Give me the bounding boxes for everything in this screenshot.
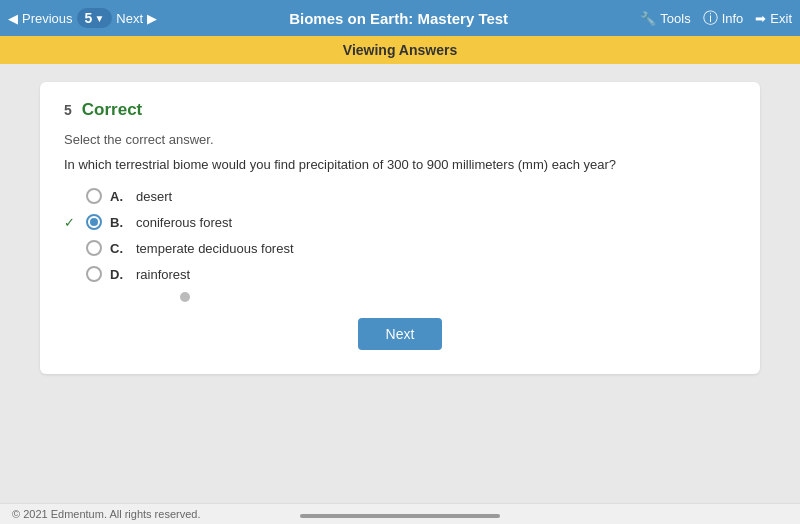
exit-label: Exit — [770, 11, 792, 26]
option-a-text: desert — [136, 189, 172, 204]
top-bar-right: 🔧 Tools ⓘ Info ➡ Exit — [640, 9, 792, 28]
page-title: Biomes on Earth: Mastery Test — [157, 10, 640, 27]
top-bar-left: ◀ Previous 5 ▼ Next ▶ — [8, 8, 157, 28]
info-label: Info — [722, 11, 744, 26]
next-button[interactable]: Next — [358, 318, 443, 350]
viewing-answers-banner: Viewing Answers — [0, 36, 800, 64]
viewing-answers-label: Viewing Answers — [343, 42, 457, 58]
tools-button[interactable]: 🔧 Tools — [640, 11, 690, 26]
option-a-radio[interactable] — [86, 188, 102, 204]
exit-button[interactable]: ➡ Exit — [755, 11, 792, 26]
option-c-text: temperate deciduous forest — [136, 241, 294, 256]
tools-label: Tools — [660, 11, 690, 26]
option-c-radio[interactable] — [86, 240, 102, 256]
option-a-letter: A. — [110, 189, 128, 204]
option-b[interactable]: ✓ B. coniferous forest — [64, 214, 736, 230]
previous-arrow-icon: ◀ — [8, 11, 18, 26]
option-d-letter: D. — [110, 267, 128, 282]
option-c-letter: C. — [110, 241, 128, 256]
next-top-label: Next — [116, 11, 143, 26]
option-b-radio[interactable] — [86, 214, 102, 230]
option-c[interactable]: C. temperate deciduous forest — [64, 240, 736, 256]
footer: © 2021 Edmentum. All rights reserved. — [0, 503, 800, 524]
copyright-text: © 2021 Edmentum. All rights reserved. — [12, 508, 200, 520]
option-d[interactable]: D. rainforest — [64, 266, 736, 282]
option-d-radio[interactable] — [86, 266, 102, 282]
info-icon: ⓘ — [703, 9, 718, 28]
question-number: 5 — [64, 102, 72, 118]
previous-button[interactable]: ◀ Previous — [8, 11, 73, 26]
next-top-button[interactable]: Next ▶ — [116, 11, 157, 26]
chevron-down-icon: ▼ — [94, 13, 104, 24]
question-num-display: 5 — [85, 10, 93, 26]
option-c-check — [64, 241, 78, 256]
option-b-checkmark: ✓ — [64, 215, 78, 230]
question-card: 5 Correct Select the correct answer. In … — [40, 82, 760, 374]
tools-icon: 🔧 — [640, 11, 656, 26]
question-body-text: In which terrestrial biome would you fin… — [64, 157, 736, 172]
next-arrow-icon: ▶ — [147, 11, 157, 26]
info-button[interactable]: ⓘ Info — [703, 9, 744, 28]
option-b-text: coniferous forest — [136, 215, 232, 230]
previous-label: Previous — [22, 11, 73, 26]
instruction-text: Select the correct answer. — [64, 132, 736, 147]
top-navigation-bar: ◀ Previous 5 ▼ Next ▶ Biomes on Earth: M… — [0, 0, 800, 36]
question-number-badge: 5 ▼ — [77, 8, 113, 28]
next-button-label: Next — [386, 326, 415, 342]
main-content: 5 Correct Select the correct answer. In … — [0, 64, 800, 498]
option-a[interactable]: A. desert — [64, 188, 736, 204]
exit-icon: ➡ — [755, 11, 766, 26]
footer-progress-bar — [300, 514, 500, 518]
correct-status-label: Correct — [82, 100, 142, 120]
question-header: 5 Correct — [64, 100, 736, 120]
options-list: A. desert ✓ B. coniferous forest C. temp… — [64, 188, 736, 282]
option-b-letter: B. — [110, 215, 128, 230]
next-button-container: Next — [64, 318, 736, 350]
scroll-indicator-dot — [180, 292, 190, 302]
option-d-text: rainforest — [136, 267, 190, 282]
option-a-check — [64, 189, 78, 204]
option-d-check — [64, 267, 78, 282]
